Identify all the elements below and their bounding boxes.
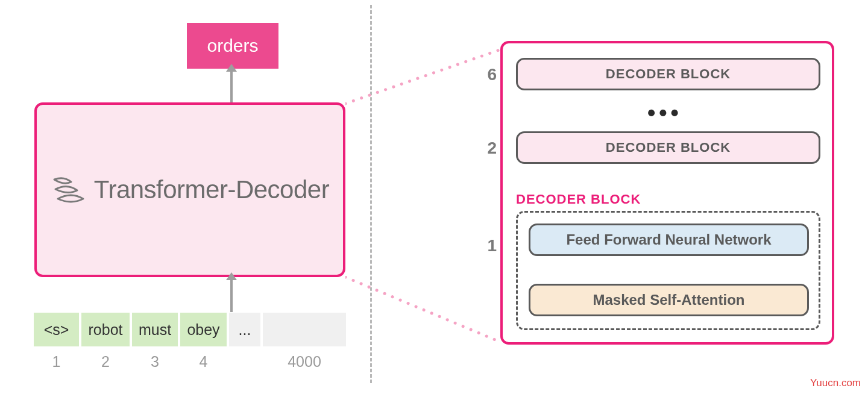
token-cell: must bbox=[132, 313, 178, 346]
decoder-stack-panel: 6 DECODER BLOCK ••• 2 DECODER BLOCK DECO… bbox=[500, 41, 834, 345]
position: 4 bbox=[180, 351, 227, 372]
position: 4000 bbox=[263, 351, 346, 372]
decoder-block-header: DECODER BLOCK bbox=[516, 192, 641, 207]
decoder-block-detail: Feed Forward Neural Network Masked Self-… bbox=[516, 211, 820, 330]
feed-forward-layer: Feed Forward Neural Network bbox=[529, 224, 809, 256]
transformer-icon bbox=[51, 174, 87, 206]
token-cell-ellipsis: ... bbox=[229, 313, 260, 346]
masked-self-attention-layer: Masked Self-Attention bbox=[529, 284, 809, 316]
vertical-divider bbox=[370, 5, 372, 383]
position: 1 bbox=[34, 351, 79, 372]
input-tokens: <s> robot must obey ... bbox=[34, 313, 346, 346]
token-cell: robot bbox=[81, 313, 130, 346]
decoder-block-2: DECODER BLOCK bbox=[516, 131, 820, 164]
ellipsis-dots: ••• bbox=[647, 100, 682, 126]
position: 3 bbox=[132, 351, 178, 372]
token-cell-blank bbox=[263, 313, 346, 346]
layer-number-1: 1 bbox=[473, 236, 497, 255]
output-token: orders bbox=[187, 23, 278, 69]
decoder-block-6: DECODER BLOCK bbox=[516, 58, 820, 90]
decoder-title: Transformer-Decoder bbox=[94, 175, 329, 204]
token-cell: obey bbox=[180, 313, 227, 346]
layer-number-6: 6 bbox=[473, 65, 497, 84]
transformer-decoder-box: Transformer-Decoder bbox=[34, 102, 345, 277]
position: 2 bbox=[81, 351, 130, 372]
token-cell: <s> bbox=[34, 313, 79, 346]
watermark: Yuucn.com bbox=[810, 377, 861, 389]
arrow-up-input bbox=[230, 279, 233, 312]
position-indices: 1 2 3 4 4000 bbox=[34, 351, 346, 372]
layer-number-2: 2 bbox=[473, 139, 497, 158]
svg-line-1 bbox=[345, 277, 501, 342]
diagram-container: orders Transformer-Decoder <s> robot mus… bbox=[0, 0, 868, 394]
connector-bottom bbox=[345, 276, 502, 348]
arrow-up-output bbox=[230, 70, 233, 102]
position bbox=[229, 351, 260, 372]
